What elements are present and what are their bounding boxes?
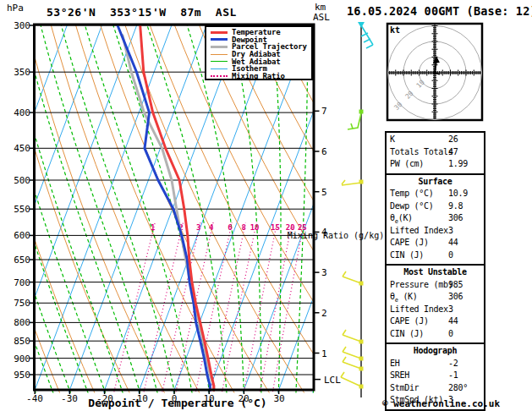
table-section-title: Surface <box>387 177 484 189</box>
table-row-label: CIN (J) <box>390 250 424 260</box>
mixing-ratio-value: 10 <box>250 223 260 232</box>
table-row-label: CAPE (J) <box>390 238 429 247</box>
pressure-unit-label: hPa <box>7 3 24 13</box>
legend-sample-line <box>211 38 228 41</box>
pressure-tick-label: 450 <box>5 144 30 153</box>
table-row: Dewp (°C)9.8 <box>387 201 484 214</box>
wind-barb <box>343 271 364 286</box>
wind-barb <box>358 22 373 48</box>
table-row: Lifted Index3 <box>387 226 484 238</box>
table-row: θe(K)306 <box>387 213 484 226</box>
pressure-tick-label: 950 <box>5 370 30 380</box>
table-row: StmDir280° <box>387 383 484 396</box>
legend-sample-line <box>211 68 228 69</box>
wind-barb <box>341 372 364 389</box>
table-section-title: Most Unstable <box>387 267 484 280</box>
table-row-label: PW (cm) <box>390 159 424 168</box>
datetime-label: 16.05.2024 00GMT (Base: 12) <box>347 6 532 18</box>
legend-sample-line <box>211 61 228 62</box>
copyright: © weatheronline.co.uk <box>382 399 500 408</box>
table-row-label: K <box>390 134 395 144</box>
hodograph: 102030 <box>387 24 482 120</box>
hodograph-unit-label: kt <box>390 26 400 35</box>
mixing-ratio-axis-label: Mixing Ratio (g/kg) <box>285 232 387 240</box>
table-row-value: 10.9 <box>448 189 468 198</box>
altitude-unit-asl: ASL <box>313 13 330 22</box>
mixing-ratio-value: 6 <box>228 223 232 232</box>
legend-item: Mixing Ratio <box>206 73 311 80</box>
table-row-value: 3 <box>448 304 453 314</box>
table-row: Pressure (mb)985 <box>387 280 484 293</box>
table-row-label: Lifted Index <box>390 304 448 314</box>
table-row: CAPE (J)44 <box>387 316 484 329</box>
table-row-label: Pressure (mb) <box>390 280 452 289</box>
indices-table: SurfaceTemp (°C)10.9Dewp (°C)9.8θe(K)306… <box>385 173 485 266</box>
pressure-tick-label: 850 <box>5 337 30 346</box>
mixing-ratio-value: 8 <box>241 223 245 232</box>
altitude-unit-km: km <box>315 3 326 12</box>
table-row-value: 3 <box>448 226 453 235</box>
table-row-value: 306 <box>448 213 463 222</box>
pressure-tick-label: 400 <box>5 108 30 118</box>
table-row-label: θe(K) <box>390 213 413 222</box>
table-row: K26 <box>387 134 484 147</box>
altitude-tick-label: 7 <box>321 107 327 116</box>
pressure-tick-label: 800 <box>5 318 30 327</box>
mixing-ratio-value-labels: 12346810152025 <box>151 223 307 232</box>
table-row: SREH-1 <box>387 370 484 383</box>
table-row: EH-2 <box>387 359 484 371</box>
pressure-tick-label: 300 <box>5 21 30 30</box>
legend-sample-line <box>211 46 228 48</box>
x-axis-title: Dewpoint / Temperature (°C) <box>85 397 271 408</box>
wind-barb <box>343 347 364 361</box>
indices-table: K26Totals Totals47PW (cm)1.99 <box>385 131 485 175</box>
table-row: θe (K)306 <box>387 292 484 304</box>
table-row-value: -2 <box>448 359 458 368</box>
mixing-ratio-value: 15 <box>271 223 280 232</box>
pressure-tick-label: 900 <box>5 354 30 364</box>
lcl-label: LCL <box>324 375 341 385</box>
table-row-value: 47 <box>448 147 458 156</box>
table-row-label: Lifted Index <box>390 226 448 235</box>
altitude-tick-label: 2 <box>321 309 327 318</box>
table-row-label: θe (K) <box>390 292 418 301</box>
table-row-value: -1 <box>448 370 458 380</box>
table-row-label: CAPE (J) <box>390 316 429 326</box>
table-row: CIN (J)0 <box>387 250 484 263</box>
table-row: Lifted Index3 <box>387 304 484 317</box>
altitude-tick-label: 5 <box>321 188 327 197</box>
table-row-label: SREH <box>390 370 409 380</box>
legend: TemperatureDewpointParcel TrajectoryDry … <box>205 25 313 80</box>
pressure-tick-label: 600 <box>5 231 30 240</box>
table-row-label: StmDir <box>390 383 419 392</box>
dewpoint-curve <box>118 25 210 390</box>
temperature-tick-label: -30 <box>57 394 82 403</box>
table-row-value: 0 <box>448 329 453 338</box>
altitude-tick-label: 6 <box>321 147 327 156</box>
station-title: 53°26'N 353°15'W 87m ASL <box>47 7 237 18</box>
skewt-sounding-app: 12346810152025102030 hPa 53°26'N 353°15'… <box>0 0 532 411</box>
temperature-tick-label: -40 <box>22 394 47 403</box>
altitude-tick-label: 1 <box>321 349 327 359</box>
table-row-value: 985 <box>448 280 463 289</box>
table-row-value: 306 <box>448 292 463 301</box>
wind-barb <box>343 330 364 344</box>
mixing-ratio-value: 4 <box>209 223 214 232</box>
table-row: Totals Totals47 <box>387 147 484 160</box>
legend-item-label: Mixing Ratio <box>232 72 285 80</box>
wind-barb <box>342 180 364 186</box>
table-row: CIN (J)0 <box>387 329 484 342</box>
altitude-tick-label: 3 <box>321 268 327 277</box>
legend-sample-line <box>211 75 228 77</box>
table-row: CAPE (J)44 <box>387 238 484 250</box>
mixing-ratio-value: 3 <box>196 223 200 232</box>
table-row-value: 44 <box>448 238 458 247</box>
hodograph-origin-dot <box>433 71 436 74</box>
table-row: PW (cm)1.99 <box>387 159 484 172</box>
table-row-value: 280° <box>448 383 468 392</box>
pressure-tick-label: 550 <box>5 205 30 214</box>
table-row-label: Temp (°C) <box>390 189 434 198</box>
table-row-label: CIN (J) <box>390 329 424 338</box>
table-row-label: Dewp (°C) <box>390 201 434 211</box>
wind-barb-staff <box>341 22 373 397</box>
